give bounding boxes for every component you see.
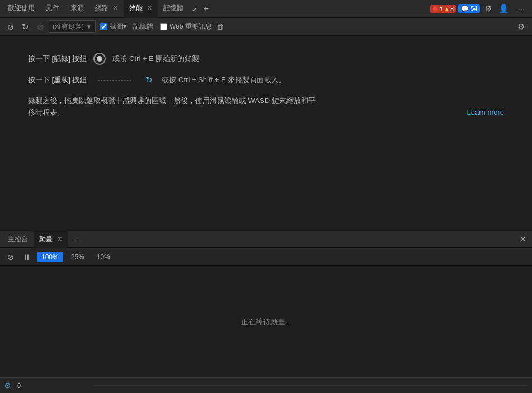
animation-stop-button[interactable]: ⊘ [4,251,17,263]
new-tab-button[interactable]: + [200,2,212,16]
tab-performance-close[interactable]: ✕ [147,4,152,12]
memory-label: 記憶體 [133,22,153,31]
record-dot-icon [97,56,102,62]
speed-25-button[interactable]: 25% [67,252,89,262]
web-label[interactable]: Web 重要訊息 [170,22,212,31]
toolbar: ⊘ ↻ ⊘ (沒有錄製) ▼ 截圖▾ 記憶體 Web 重要訊息 🗑 ⚙ [0,18,532,36]
panel-tab-console-label: 主控台 [8,235,28,244]
reload-record-button[interactable]: ↻ [19,20,32,34]
screenshot-label[interactable]: 截圖▾ [110,22,126,31]
tab-sources[interactable]: 來源 [65,0,90,18]
message-icon: 💬 [461,5,469,12]
tab-bar-right: 🔴 1 ▲ 8 💬 54 ⚙ 👤 ··· [430,3,530,15]
web-delete-button[interactable]: 🗑 [214,22,226,31]
reload-instruction-text: 按一下 [重載] 按鈕 [28,75,87,85]
speed-100-button[interactable]: 100% [37,252,63,262]
web-checkbox[interactable] [160,23,167,30]
tab-welcome-label: 歡迎使用 [8,3,35,13]
timeline-bottom-ruler: ⊙ 0 [0,377,532,393]
stop-recording-button[interactable]: ⊘ [4,21,17,33]
panel-tab-animation-label: 動畫 [39,235,53,244]
timeline-playhead-area: ⊙ 0 [4,381,94,390]
user-icon-btn[interactable]: 👤 [496,3,511,15]
record-instruction-row: 按一下 [記錄] 按鈕 或按 Ctrl + E 開始新的錄製。 [28,53,504,65]
tab-elements-label: 元件 [46,3,59,13]
panel-toolbar: ⊘ ⏸ 100% 25% 10% [0,248,532,266]
message-badge: 💬 54 [458,4,480,13]
toolbar-settings-button[interactable]: ⚙ [515,20,528,34]
animation-pause-button[interactable]: ⏸ [20,251,34,263]
ruler-zero-label: 0 [17,382,21,389]
tab-performance-label: 效能 [129,3,143,13]
panel-close-button[interactable]: ✕ [516,233,530,246]
record-key-hint: 或按 Ctrl + E 開始新的錄製。 [112,54,206,64]
web-checkbox-group: Web 重要訊息 [160,22,212,31]
tab-network-label: 網路 [95,3,109,13]
tab-bar: 歡迎使用 元件 來源 網路 ✕ 效能 ✕ 記憶體 » + 🔴 1 ▲ [0,0,532,18]
tab-welcome[interactable]: 歡迎使用 [2,0,40,18]
reload-instruction-row: 按一下 [重載] 按鈕 ↻ 或按 Ctrl + Shift + E 來錄製頁面載… [28,74,504,86]
warning-count: 8 [450,6,454,12]
screenshot-checkbox[interactable] [100,23,107,30]
error-count: 1 [440,6,443,12]
warning-icon: ▲ [444,6,449,12]
reload-dots [98,80,131,81]
screenshot-checkbox-group: 截圖▾ [100,22,126,31]
bottom-panel: 主控台 動畫 ✕ + ✕ ⊘ ⏸ 100% 25% 10% 正在等待動畫... [0,231,532,393]
tab-elements[interactable]: 元件 [40,0,65,18]
more-tabs-button[interactable]: » [189,3,200,14]
panel-tab-bar: 主控台 動畫 ✕ + ✕ [0,231,532,248]
reload-icon: ↻ [143,74,155,86]
tab-network[interactable]: 網路 ✕ [90,0,124,18]
message-count: 54 [470,5,477,12]
record-instruction-text: 按一下 [記錄] 按鈕 [28,54,87,64]
instruction-block: 按一下 [記錄] 按鈕 或按 Ctrl + E 開始新的錄製。 按一下 [重載]… [0,53,532,95]
tab-memory[interactable]: 記憶體 [158,0,189,18]
settings-icon-btn[interactable]: ⚙ [482,3,494,15]
record-circle-icon [93,53,106,65]
playhead-circle-icon[interactable]: ⊙ [4,381,11,390]
tab-memory-label: 記憶體 [163,3,183,13]
profile-selector[interactable]: (沒有錄製) ▼ [49,20,96,33]
tab-network-close[interactable]: ✕ [113,4,118,12]
panel-tab-console[interactable]: 主控台 [2,231,34,248]
main-content: 按一下 [記錄] 按鈕 或按 Ctrl + E 開始新的錄製。 按一下 [重載]… [0,36,532,231]
reload-key-hint: 或按 Ctrl + Shift + E 來錄製頁面載入。 [162,75,286,85]
profile-text: (沒有錄製) [53,22,84,31]
description-text: 錄製之後，拖曳以選取概覽中感興趣的區域。然後，使用滑鼠滾輪或 WASD 鍵來縮放… [28,95,319,119]
svg-point-0 [97,56,102,62]
tab-sources-label: 來源 [70,3,84,13]
tab-bar-left: 歡迎使用 元件 來源 網路 ✕ 效能 ✕ 記憶體 » + [2,0,430,18]
profile-dropdown-arrow: ▼ [86,24,92,30]
panel-tab-animation-close[interactable]: ✕ [57,236,62,243]
speed-10-button[interactable]: 10% [92,252,115,262]
no-action-button: ⊘ [34,21,46,33]
panel-tab-animation[interactable]: 動畫 ✕ [34,231,68,248]
more-options-button[interactable]: ··· [514,3,525,15]
error-badge: 🔴 1 ▲ 8 [430,5,456,13]
tab-performance[interactable]: 效能 ✕ [124,0,158,18]
animation-waiting-text: 正在等待動畫... [0,266,532,377]
description-block: 錄製之後，拖曳以選取概覽中感興趣的區域。然後，使用滑鼠滾輪或 WASD 鍵來縮放… [0,95,532,119]
learn-more-link[interactable]: Learn more [467,107,504,119]
panel-tab-new[interactable]: + [68,231,83,248]
ruler-line [94,385,528,386]
